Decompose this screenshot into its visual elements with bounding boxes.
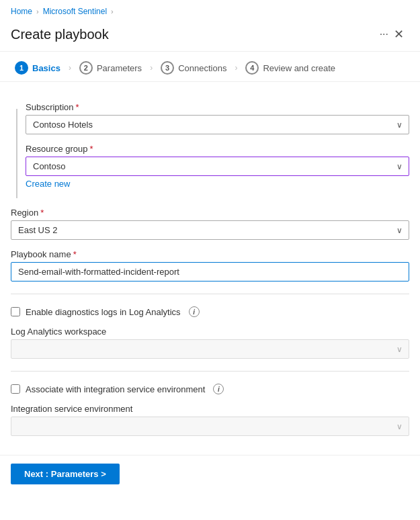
breadcrumb-sentinel[interactable]: Microsoft Sentinel [43, 7, 107, 16]
breadcrumb-chevron-1: › [36, 7, 39, 15]
create-new-link[interactable]: Create new [26, 179, 70, 189]
close-icon[interactable]: ✕ [388, 24, 409, 44]
playbook-name-input[interactable] [11, 262, 409, 281]
associate-integration-label[interactable]: Associate with integration service envir… [26, 384, 205, 394]
step-parameters[interactable]: 2 Parameters [75, 61, 146, 75]
breadcrumb: Home › Microsoft Sentinel › [0, 0, 420, 20]
step-review[interactable]: 4 Review and create [241, 61, 339, 75]
breadcrumb-home[interactable]: Home [11, 7, 32, 16]
dialog-header: Create playbook ··· ✕ [0, 20, 420, 52]
log-analytics-field-group: Log Analytics workspace ∨ [11, 327, 409, 359]
step-label-review: Review and create [263, 63, 335, 73]
tree-fields: Subscription * Contoso Hotels ∨ Resource… [26, 102, 409, 198]
associate-integration-group: Associate with integration service envir… [11, 384, 409, 394]
integration-select-wrapper: ∨ [11, 417, 409, 436]
region-label: Region * [11, 208, 409, 218]
region-select-wrapper: East US 2 ∨ [11, 220, 409, 240]
step-label-parameters: Parameters [97, 63, 142, 73]
tree-line [16, 109, 17, 198]
step-num-3: 3 [161, 61, 174, 75]
playbook-name-field-group: Playbook name * [11, 249, 409, 281]
resource-group-label: Resource group * [26, 144, 409, 154]
subscription-select-wrapper: Contoso Hotels ∨ [26, 115, 409, 134]
step-basics[interactable]: 1 Basics [11, 61, 65, 75]
step-sep-3: › [235, 63, 237, 73]
step-connections[interactable]: 3 Connections [157, 61, 230, 75]
divider-2 [11, 371, 409, 372]
step-num-4: 4 [245, 61, 259, 75]
form-body: Subscription * Contoso Hotels ∨ Resource… [0, 82, 420, 455]
step-num-2: 2 [79, 61, 93, 75]
subscription-select[interactable]: Contoso Hotels [26, 115, 409, 134]
subscription-required: * [76, 102, 79, 112]
steps-nav: 1 Basics › 2 Parameters › 3 Connections … [0, 52, 420, 82]
associate-integration-info-icon[interactable]: i [213, 384, 224, 394]
step-label-basics: Basics [32, 63, 60, 73]
region-field-group: Region * East US 2 ∨ [11, 208, 409, 240]
step-sep-2: › [150, 63, 153, 73]
playbook-name-label: Playbook name * [11, 249, 409, 259]
next-button[interactable]: Next : Parameters > [11, 464, 120, 484]
dialog-title: Create playbook [11, 27, 373, 42]
region-select[interactable]: East US 2 [11, 220, 409, 240]
playbook-name-required: * [73, 249, 77, 259]
enable-diagnostics-checkbox[interactable] [11, 307, 20, 316]
log-analytics-select-wrapper: ∨ [11, 339, 409, 359]
step-num-1: 1 [15, 61, 28, 75]
subscription-label: Subscription * [26, 102, 409, 112]
resource-group-select[interactable]: Contoso [26, 157, 409, 176]
divider-1 [11, 294, 409, 294]
step-label-connections: Connections [178, 63, 226, 73]
integration-select[interactable] [11, 417, 409, 436]
integration-field-group: Integration service environment ∨ [11, 404, 409, 436]
enable-diagnostics-group: Enable diagnostics logs in Log Analytics… [11, 306, 409, 317]
resource-group-required: * [90, 144, 93, 154]
breadcrumb-chevron-2: › [111, 7, 114, 15]
enable-diagnostics-info-icon[interactable]: i [189, 306, 200, 317]
log-analytics-label: Log Analytics workspace [11, 327, 409, 337]
log-analytics-select[interactable] [11, 339, 409, 359]
form-footer: Next : Parameters > [0, 455, 420, 492]
associate-integration-checkbox[interactable] [11, 384, 20, 394]
subscription-field-group: Subscription * Contoso Hotels ∨ [26, 102, 409, 134]
region-required: * [40, 208, 44, 218]
enable-diagnostics-label[interactable]: Enable diagnostics logs in Log Analytics [26, 307, 181, 317]
resource-group-field-group: Resource group * Contoso ∨ Create new [26, 144, 409, 189]
step-sep-1: › [69, 63, 71, 73]
integration-label: Integration service environment [11, 404, 409, 414]
resource-group-select-wrapper: Contoso ∨ [26, 157, 409, 176]
subscription-section: Subscription * Contoso Hotels ∨ Resource… [11, 102, 409, 198]
more-options-icon[interactable]: ··· [380, 28, 388, 40]
